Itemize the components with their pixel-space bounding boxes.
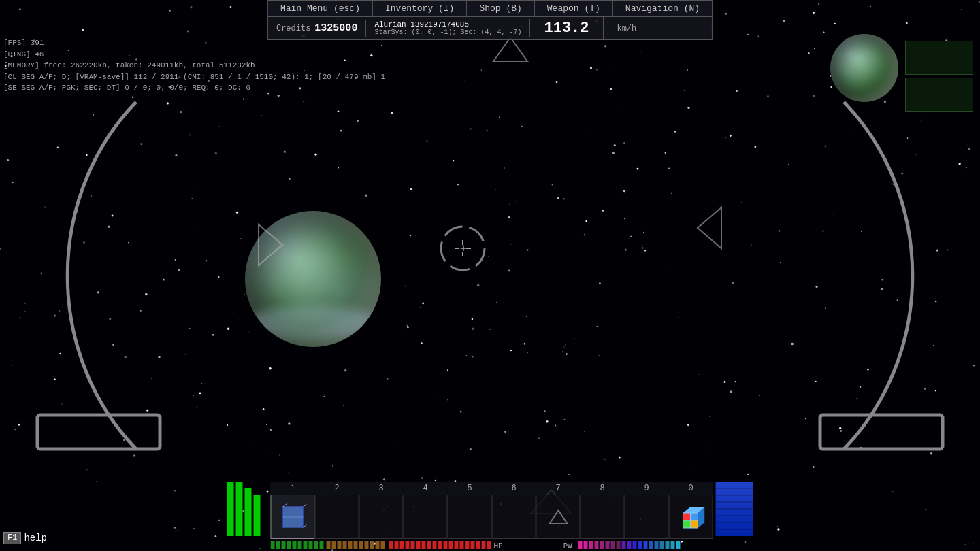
svg-rect-53 bbox=[466, 541, 470, 549]
player-name: Alurian_1392197174085 bbox=[374, 20, 521, 29]
hotbar-slot-3[interactable] bbox=[359, 495, 404, 539]
svg-rect-37 bbox=[376, 541, 380, 549]
svg-rect-65 bbox=[617, 541, 621, 549]
hotbar-slot-2[interactable] bbox=[315, 495, 359, 539]
svg-rect-45 bbox=[422, 541, 426, 549]
svg-rect-27 bbox=[320, 541, 324, 549]
svg-rect-60 bbox=[589, 541, 593, 549]
svg-rect-51 bbox=[455, 541, 459, 549]
f1-key[interactable]: F1 bbox=[3, 532, 21, 544]
hotbar-num-4: 4 bbox=[404, 482, 448, 495]
svg-line-4 bbox=[282, 503, 287, 507]
nav-info-bar: Credits 1325000 Alurian_1392197174085 St… bbox=[267, 16, 713, 40]
svg-rect-21 bbox=[287, 541, 291, 549]
hotbar-num-8: 8 bbox=[581, 482, 625, 495]
svg-rect-46 bbox=[427, 541, 431, 549]
cl-seg-display: [CL SEG A/F; D; [VRAM-save]] 112 / 2911 … bbox=[3, 71, 385, 83]
hotbar-slot-8[interactable] bbox=[581, 495, 625, 539]
colored-cube-icon bbox=[677, 503, 704, 531]
hotbar-slot-1[interactable] bbox=[271, 495, 315, 539]
svg-rect-18 bbox=[271, 541, 275, 549]
top-nav-bar: Main Menu (esc) Inventory (I) Shop (B) W… bbox=[267, 0, 713, 40]
hotbar: 1 2 3 4 5 6 7 8 9 0 bbox=[271, 482, 713, 551]
hotbar-numbers: 1 2 3 4 5 6 7 8 9 0 bbox=[271, 482, 713, 495]
energy-bar-3 bbox=[245, 488, 252, 536]
svg-rect-72 bbox=[655, 541, 659, 549]
hotbar-slot-7[interactable] bbox=[536, 495, 581, 539]
svg-rect-56 bbox=[482, 541, 486, 549]
hotbar-num-5: 5 bbox=[448, 482, 492, 495]
planet bbox=[245, 211, 381, 347]
svg-rect-36 bbox=[370, 541, 374, 549]
hp-label: HP bbox=[494, 541, 504, 550]
svg-rect-20 bbox=[282, 541, 286, 549]
crosshair: + bbox=[436, 221, 490, 276]
svg-rect-30 bbox=[338, 541, 342, 549]
svg-rect-64 bbox=[611, 541, 615, 549]
svg-rect-67 bbox=[627, 541, 632, 549]
hotbar-slot-0[interactable] bbox=[669, 495, 713, 539]
svg-rect-48 bbox=[438, 541, 442, 549]
svg-rect-62 bbox=[600, 541, 604, 549]
hotbar-slot-4[interactable] bbox=[404, 495, 448, 539]
hotbar-num-7: 7 bbox=[536, 482, 581, 495]
hp-bars-svg: HP bbox=[271, 540, 564, 550]
cargo-block-icon bbox=[279, 503, 306, 531]
target-triangle-top bbox=[493, 37, 527, 61]
mini-planet bbox=[830, 34, 898, 102]
svg-rect-14 bbox=[690, 520, 698, 528]
power-bars-svg bbox=[716, 475, 753, 536]
svg-rect-24 bbox=[304, 541, 308, 549]
speed-unit: km/h bbox=[617, 24, 636, 33]
credits-label: Credits bbox=[276, 24, 310, 33]
hotbar-num-2: 2 bbox=[315, 482, 359, 495]
svg-rect-61 bbox=[595, 541, 599, 549]
svg-rect-23 bbox=[298, 541, 302, 549]
svg-rect-25 bbox=[309, 541, 313, 549]
inventory-button[interactable]: Inventory (I) bbox=[373, 1, 467, 16]
hotbar-num-1: 1 bbox=[271, 482, 315, 495]
starfield bbox=[0, 0, 980, 551]
mini-map bbox=[905, 41, 973, 112]
svg-rect-71 bbox=[649, 541, 653, 549]
svg-rect-39 bbox=[389, 541, 393, 549]
hotbar-slot-9[interactable] bbox=[625, 495, 669, 539]
bottom-hud: 1 2 3 4 5 6 7 8 9 0 bbox=[225, 476, 756, 551]
svg-rect-76 bbox=[676, 541, 681, 549]
weapon-button[interactable]: Weapon (T) bbox=[535, 1, 613, 16]
pw-bars-svg: PW bbox=[564, 540, 713, 550]
memory-display: [MEMORY] free: 262220kb, taken: 249011kb… bbox=[3, 60, 385, 71]
svg-rect-11 bbox=[683, 513, 690, 520]
weapon-speed-section: 113.2 bbox=[530, 17, 603, 39]
svg-rect-12 bbox=[690, 513, 698, 520]
svg-rect-69 bbox=[638, 541, 642, 549]
svg-line-5 bbox=[303, 503, 306, 507]
svg-rect-35 bbox=[365, 541, 369, 549]
energy-bar-4 bbox=[254, 495, 261, 536]
svg-rect-74 bbox=[666, 541, 670, 549]
svg-rect-41 bbox=[400, 541, 404, 549]
nav-buttons: Main Menu (esc) Inventory (I) Shop (B) W… bbox=[267, 0, 713, 16]
shop-button[interactable]: Shop (B) bbox=[467, 1, 534, 16]
svg-rect-26 bbox=[314, 541, 318, 549]
svg-rect-70 bbox=[644, 541, 648, 549]
target-triangle-right bbox=[698, 207, 721, 248]
cockpit-arc-left bbox=[67, 102, 136, 449]
credits-section: Credits 1325000 bbox=[268, 20, 366, 37]
navigation-button[interactable]: Navigation (N) bbox=[613, 1, 712, 16]
f1-help: F1 help bbox=[3, 532, 47, 544]
svg-rect-40 bbox=[395, 541, 399, 549]
pw-label: PW bbox=[564, 541, 573, 550]
energy-bar-1 bbox=[227, 482, 234, 536]
orange-bar-group bbox=[327, 541, 385, 549]
green-bar-group bbox=[271, 541, 324, 549]
cockpit-arc-right bbox=[844, 102, 913, 449]
main-menu-button[interactable]: Main Menu (esc) bbox=[268, 1, 373, 16]
hotbar-num-9: 9 bbox=[625, 482, 669, 495]
svg-rect-42 bbox=[406, 541, 410, 549]
hotbar-slot-6[interactable] bbox=[492, 495, 536, 539]
hotbar-slot-5[interactable] bbox=[448, 495, 492, 539]
cockpit-left-bottom bbox=[37, 415, 160, 449]
energy-bars-svg bbox=[227, 475, 268, 536]
svg-rect-13 bbox=[683, 520, 690, 528]
